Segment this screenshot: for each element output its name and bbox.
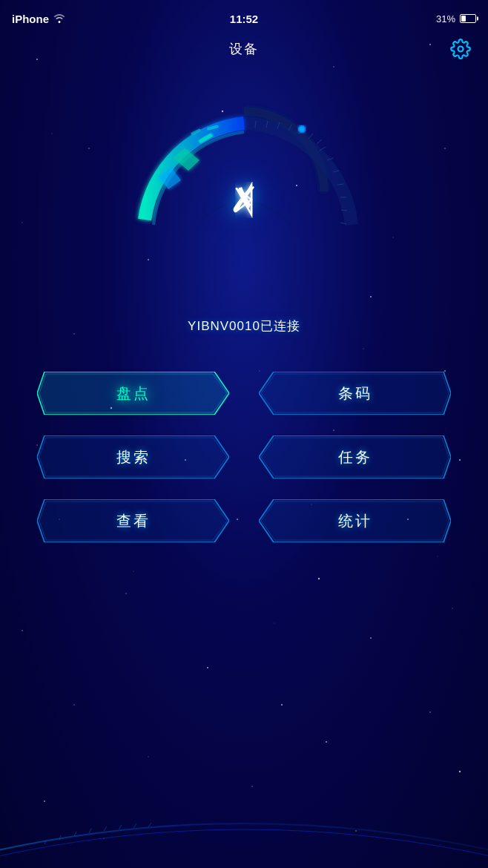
status-left: iPhone [12,13,65,25]
bottom-decoration [0,779,488,868]
button-label-sousuo: 搜索 [116,447,151,467]
battery-percent: 31% [436,13,455,24]
svg-line-29 [148,823,151,827]
buttons-grid: 盘点条码搜索任务查看统计 [0,372,488,542]
svg-point-0 [458,47,464,52]
gear-icon [450,39,471,59]
svg-point-19 [300,127,304,131]
settings-button[interactable] [448,36,473,62]
button-label-renwu: 任务 [338,447,372,467]
button-chakan[interactable]: 查看 [37,499,229,542]
button-tongji[interactable]: 统计 [259,499,451,542]
svg-line-11 [317,139,322,144]
connection-status: YIBNV0010已连接 [0,318,488,335]
status-time: 11:52 [230,13,258,25]
button-label-tiaoma: 条码 [338,384,372,404]
svg-line-28 [133,823,136,828]
battery-icon [460,14,476,23]
button-label-tongji: 统计 [338,511,372,531]
page-header: 设备 [0,33,488,65]
svg-line-27 [119,825,122,829]
button-label-chakan: 查看 [116,511,151,531]
gauge-area: ✗ [0,73,488,310]
button-pandian[interactable]: 盘点 [37,372,229,415]
svg-line-12 [309,134,313,139]
status-bar: iPhone 11:52 31% [0,0,488,33]
button-renwu[interactable]: 任务 [259,435,451,479]
button-sousuo[interactable]: 搜索 [37,435,229,479]
wifi-icon [53,13,65,25]
status-right: 31% [436,13,476,24]
svg-line-25 [89,829,91,833]
bottom-arc-svg [0,779,488,868]
svg-line-26 [104,826,107,831]
button-tiaoma[interactable]: 条码 [259,372,451,415]
connection-text: YIBNV0010已连接 [188,319,300,333]
bluetooth-icon: ✗ [229,179,259,220]
button-label-pandian: 盘点 [116,384,151,404]
page-title: 设备 [229,40,259,58]
device-name: iPhone [12,13,49,25]
